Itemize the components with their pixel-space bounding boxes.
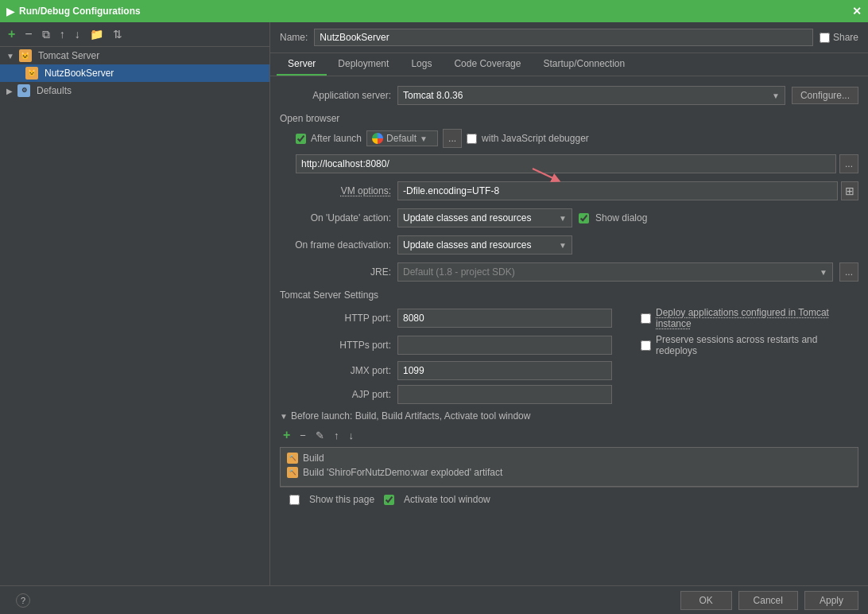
app-server-row: Application server: Tomcat 8.0.36 ▼ Conf… [280,86,858,105]
on-update-row: On 'Update' action: Update classes and r… [280,208,858,227]
bl-item-artifact: 🔨 Build 'ShiroForNutzDemo:war exploded' … [284,465,854,480]
jre-label: JRE: [280,266,391,278]
bottom-options: Show this page Activate tool window [280,487,858,511]
browser-ellipsis-button[interactable]: ... [443,129,462,148]
ajp-port-label: AJP port: [296,389,391,400]
share-area: Share [820,32,858,43]
tree-item-nutzbook[interactable]: 🐱 NutzBookServer [0,64,269,82]
http-port-label: HTTP port: [296,313,391,324]
tabs-bar: Server Deployment Logs Code Coverage Sta… [270,53,868,76]
url-input[interactable] [296,154,836,173]
artifact-icon: 🔨 [287,467,298,478]
js-debugger-checkbox[interactable] [467,134,477,144]
bl-up-button[interactable]: ↑ [331,426,343,444]
deploy-apps-checkbox[interactable] [641,313,651,324]
show-dialog-label: Show dialog [595,212,647,223]
browser-label: Default [386,133,417,144]
vm-options-input[interactable] [397,181,838,200]
ok-button[interactable]: OK [680,591,732,610]
ajp-port-input[interactable] [397,385,612,404]
move-down-button[interactable]: ↓ [72,26,83,42]
app-icon: ▶ [6,6,14,17]
sort-button[interactable]: ⇅ [110,26,126,42]
name-label: Name: [280,32,308,43]
vm-options-row: VM options: ⊞ [280,181,858,200]
bl-down-button[interactable]: ↓ [345,426,357,444]
bl-item-build-label: Build [303,453,324,464]
app-server-value: Tomcat 8.0.36 [403,90,463,101]
remove-config-button[interactable]: − [21,25,35,43]
url-row: ... [296,154,858,173]
tab-logs[interactable]: Logs [400,53,443,76]
url-ellipsis-button[interactable]: ... [839,154,858,173]
nutzbook-label: NutzBookServer [45,68,114,79]
on-frame-row: On frame deactivation: Update classes an… [280,235,858,255]
on-frame-select[interactable]: Update classes and resources ▼ [397,235,572,255]
browser-icon [372,133,383,144]
vm-expand-button[interactable]: ⊞ [841,181,858,200]
tomcat-settings-title: Tomcat Server Settings [280,290,858,301]
defaults-icon: ⚙ [17,84,30,97]
name-input[interactable]: NutzBookServer [314,29,813,46]
tree-item-tomcat-server[interactable]: ▼ 🐱 Tomcat Server [0,47,269,64]
https-port-input[interactable] [397,336,612,355]
before-launch-title: Before launch: Build, Build Artifacts, A… [291,410,531,422]
before-launch-header: ▼ Before launch: Build, Build Artifacts,… [280,410,858,422]
http-port-input[interactable] [397,309,612,328]
move-up-button[interactable]: ↑ [56,26,68,42]
app-server-select[interactable]: Tomcat 8.0.36 ▼ [397,86,785,105]
expand-arrow-defaults: ▶ [6,87,13,95]
jre-value: Default (1.8 - project SDK) [403,266,515,278]
add-config-button[interactable]: + [5,25,18,43]
bl-item-artifact-label: Build 'ShiroForNutzDemo:war exploded' ar… [303,467,502,478]
open-browser-label: Open browser [280,113,858,124]
bl-edit-button[interactable]: ✎ [312,426,327,444]
red-arrow-annotation [525,167,564,183]
tomcat-settings-section: Tomcat Server Settings HTTP port: Deploy… [280,290,858,404]
tab-server[interactable]: Server [277,53,327,76]
share-checkbox[interactable] [820,33,830,43]
https-port-label: HTTPs port: [296,340,391,351]
after-launch-row: After launch Default ▼ ... with JavaScri… [296,129,858,148]
share-label: Share [833,32,858,43]
left-toolbar: + − ⧉ ↑ ↓ 📁 ⇅ [0,22,269,47]
after-launch-checkbox[interactable] [296,134,306,144]
tab-startup-connection[interactable]: Startup/Connection [532,53,636,76]
help-button[interactable]: ? [16,593,30,608]
bl-add-button[interactable]: + [280,426,293,444]
tomcat-server-label: Tomcat Server [38,50,99,61]
tree-item-defaults[interactable]: ▶ ⚙ Defaults [0,82,269,99]
app-server-label: Application server: [280,90,391,101]
jre-row: JRE: Default (1.8 - project SDK) ▼ ... [280,262,858,282]
preserve-sessions-label: Preserve sessions across restarts and re… [656,334,858,356]
on-update-select[interactable]: Update classes and resources ▼ [397,208,572,227]
show-dialog-checkbox[interactable] [579,213,589,223]
jre-ellipsis-button[interactable]: ... [839,262,858,282]
deploy-apps-label: Deploy applications configured in Tomcat… [656,307,858,329]
apply-button[interactable]: Apply [804,591,858,610]
bl-remove-button[interactable]: − [296,426,309,444]
on-frame-value: Update classes and resources [403,239,531,251]
activate-tool-window-checkbox[interactable] [384,495,394,505]
tomcat-server-icon: 🐱 [19,49,32,62]
main-layout: + − ⧉ ↑ ↓ 📁 ⇅ ▼ 🐱 Tomcat Server 🐱 NutzBo… [0,22,868,585]
copy-config-button[interactable]: ⧉ [39,26,53,43]
before-launch-list: 🔨 Build 🔨 Build 'ShiroForNutzDemo:war ex… [280,447,858,487]
defaults-label: Defaults [37,85,72,96]
browser-dropdown[interactable]: Default ▼ [366,130,438,146]
nutzbook-icon: 🐱 [25,67,38,80]
tab-code-coverage[interactable]: Code Coverage [443,53,532,76]
tab-deployment[interactable]: Deployment [327,53,400,76]
server-tab-content: Application server: Tomcat 8.0.36 ▼ Conf… [270,76,868,585]
browser-arrow: ▼ [420,134,428,143]
jmx-port-input[interactable] [397,361,612,380]
before-launch-section: ▼ Before launch: Build, Build Artifacts,… [280,410,858,487]
folder-button[interactable]: 📁 [87,26,107,42]
on-frame-arrow: ▼ [559,241,567,250]
jmx-port-label: JMX port: [296,365,391,376]
show-this-page-checkbox[interactable] [289,495,300,505]
preserve-sessions-checkbox[interactable] [641,340,651,351]
cancel-button[interactable]: Cancel [738,591,798,610]
configure-button[interactable]: Configure... [792,87,858,104]
close-button[interactable]: ✕ [852,5,862,17]
